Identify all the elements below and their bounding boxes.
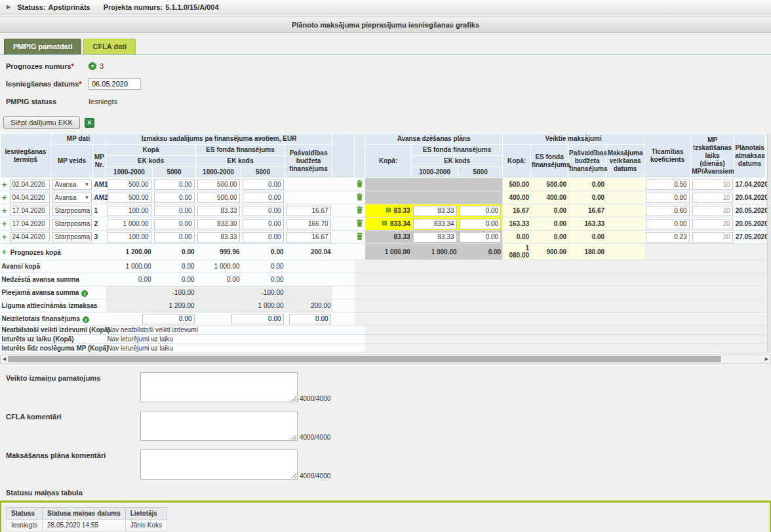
delete-row-icon[interactable] [357, 233, 363, 240]
neatbilstosi-value: Nav neatbilstoši veikti izdevumi [106, 326, 365, 335]
termins-date-input[interactable] [10, 180, 50, 190]
cfla-komentari-textarea[interactable] [140, 411, 298, 441]
add-row-icon[interactable]: + [2, 180, 7, 189]
izskatisanas-input[interactable] [692, 232, 733, 242]
mp-veids-select[interactable]: Starpposma▼ [52, 206, 92, 216]
excel-export-icon[interactable]: X [85, 118, 94, 128]
kopa-5000-input[interactable] [154, 206, 195, 216]
izskatisanas-input[interactable] [692, 219, 733, 229]
es-5000-input[interactable] [243, 219, 284, 229]
totals-label: Avansi kopā [1, 260, 106, 273]
mp-veids-select[interactable]: Avansa▼ [52, 193, 92, 203]
ticamibas-input[interactable] [646, 180, 690, 190]
add-row-icon[interactable]: + [2, 206, 7, 216]
avansa-1000-input[interactable] [413, 219, 457, 229]
kopa-5000-input[interactable] [154, 193, 195, 203]
mp-veids-select[interactable]: Starpposma▼ [52, 232, 92, 242]
termins-date-input[interactable] [10, 193, 50, 203]
es-5000-input[interactable] [243, 206, 284, 216]
neizlietotais-es-input[interactable] [231, 314, 284, 324]
mp-veids-select[interactable]: Starpposma▼ [52, 219, 92, 229]
delete-row-icon[interactable] [357, 180, 363, 187]
comment-indicator-icon[interactable] [386, 208, 391, 212]
ticamibas-input[interactable] [646, 193, 690, 203]
maksasanas-komentari-label: Maksāšanas plāna komentāri [6, 449, 140, 480]
spacer-cell [355, 244, 365, 260]
avansa-5000-input[interactable] [460, 232, 502, 242]
vertical-scrollbar[interactable] [767, 133, 771, 353]
kopa-1000-input[interactable] [108, 232, 151, 242]
avansa-1000-input[interactable] [413, 206, 457, 216]
termins-date-input[interactable] [10, 206, 50, 216]
delete-row-icon[interactable] [357, 219, 363, 227]
kopa-1000-input[interactable] [108, 219, 151, 229]
kopa-5000-input[interactable] [154, 232, 195, 242]
page-title: Plānoto maksājuma pieprasījumu iesniegša… [292, 21, 479, 29]
avansa-5000-input[interactable] [460, 219, 502, 229]
expand-arrow-icon[interactable]: ▶ [7, 4, 10, 10]
es-1000-input[interactable] [197, 180, 240, 190]
ticamibas-input[interactable] [646, 232, 690, 242]
chevron-down-icon: ▼ [90, 234, 91, 240]
scroll-left-icon[interactable]: ◀ [1, 356, 8, 362]
ticamibas-input[interactable] [646, 219, 690, 229]
pasvaldibas-input[interactable] [287, 219, 331, 229]
tab-pmpig-pamatdati[interactable]: PMPIG pamatdati [4, 39, 81, 54]
veiktie-es-cell: 0.00 [531, 204, 568, 218]
es-1000-input[interactable] [197, 219, 240, 229]
kopa-1000-input[interactable] [108, 180, 151, 190]
es-5000-input[interactable] [243, 180, 284, 190]
col-header-izskatisanas-laiks: MP izskatīšanas laiks (dienās) MP/Avansi… [691, 134, 734, 178]
spacer-cell [332, 273, 355, 286]
izskatisanas-input[interactable] [692, 180, 733, 190]
delete-row-icon[interactable] [357, 206, 363, 214]
pasvaldibas-input[interactable] [287, 206, 331, 216]
comment-indicator-icon[interactable] [382, 221, 387, 225]
veiktie-pasvaldibas-cell: 0.00 [568, 231, 606, 244]
avansa-1000-input[interactable] [413, 232, 457, 242]
kopa-1000-input[interactable] [108, 206, 151, 216]
col-header-1000-2000: 1000-2000 [106, 167, 153, 178]
info-icon[interactable]: i [83, 316, 89, 323]
horizontal-scrollbar[interactable]: ◀ ▶ [0, 354, 771, 364]
avansa-5000-input[interactable] [460, 206, 502, 216]
ticamibas-input[interactable] [646, 206, 690, 216]
veikto-izmainu-textarea[interactable] [140, 372, 298, 402]
termins-date-input[interactable] [10, 232, 50, 242]
kopa-1000-input[interactable] [108, 193, 151, 203]
col-header-izmaksu-sadalijums: Izmaksu sadalījums pa finansējuma avotie… [106, 134, 332, 145]
add-row-icon[interactable]: + [2, 193, 7, 202]
kopa-5000-input[interactable] [154, 180, 195, 190]
info-icon[interactable]: i [81, 290, 88, 297]
add-row-icon[interactable]: + [2, 247, 7, 257]
hide-ekk-button[interactable]: Slēpt dalījumu EKK [3, 116, 80, 129]
es-1000-input[interactable] [197, 206, 240, 216]
izskatisanas-input[interactable] [692, 206, 733, 216]
add-row-icon[interactable]: + [2, 232, 7, 242]
kopa-5000-input[interactable] [154, 219, 195, 229]
es-1000-input[interactable] [197, 193, 240, 203]
es-1000-input[interactable] [197, 232, 240, 242]
maksasanas-komentari-textarea[interactable] [140, 449, 298, 480]
es-5000-input[interactable] [243, 193, 284, 203]
mp-veids-select[interactable]: Avansa▼ [52, 180, 92, 190]
scroll-right-icon[interactable]: ▶ [763, 356, 770, 362]
scrollbar-thumb[interactable] [8, 356, 721, 362]
iesniegsanas-datums-input[interactable] [89, 78, 141, 90]
tab-cfla-dati[interactable]: CFLA dati [83, 39, 136, 54]
delete-row-icon[interactable] [357, 193, 363, 200]
total-es-1000: 999.96 [196, 244, 241, 260]
es-5000-input[interactable] [243, 232, 284, 242]
history-expand-icon[interactable]: ▼ [89, 62, 96, 70]
nedzesta-kopa-5000: 0.00 [153, 273, 196, 286]
spacer-cell [332, 286, 355, 299]
termins-date-input[interactable] [10, 219, 50, 229]
spacer-cell [332, 299, 355, 313]
add-row-icon[interactable]: + [2, 219, 7, 229]
izskatisanas-input[interactable] [692, 193, 733, 203]
pasvaldibas-input[interactable] [287, 232, 331, 242]
pmpig-statuss-value: Iesniegts [89, 98, 117, 105]
neizlietotais-pasvaldibas-input[interactable] [289, 314, 331, 324]
neizlietotais-kopa-input[interactable] [142, 314, 195, 324]
char-counter: 4000/4000 [300, 395, 330, 402]
